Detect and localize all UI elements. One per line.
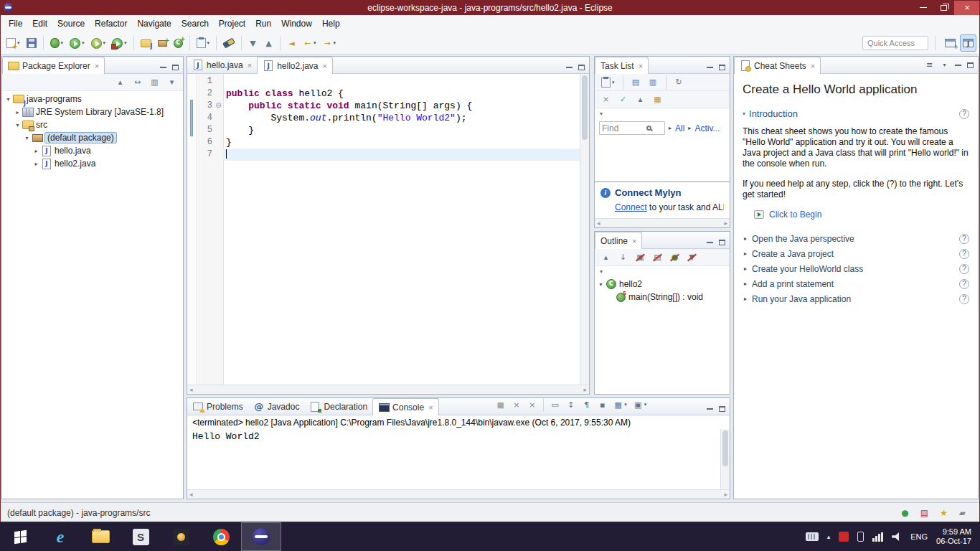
package-explorer-filters-button[interactable]: ▥	[147, 74, 162, 91]
toolbar-new-java-class-button[interactable]	[171, 34, 186, 52]
menu-edit[interactable]: Edit	[27, 16, 52, 32]
taskbar-internet-explorer-button[interactable]	[40, 522, 80, 551]
code-line[interactable]: 3⊖ public static void main(String[] args…	[197, 100, 580, 112]
outline-hide-static-members-button[interactable]: ▤	[650, 249, 665, 266]
minimize-view-button[interactable]	[707, 242, 713, 243]
toolbar-run-button[interactable]: ▾	[67, 34, 88, 52]
code-line[interactable]: 7	[197, 149, 580, 161]
console-tab-javadoc[interactable]: @Javadoc	[248, 398, 305, 415]
taskbar-file-explorer-button[interactable]	[80, 522, 121, 551]
restore-window-button[interactable]	[933, 0, 954, 15]
menu-window[interactable]: Window	[276, 16, 317, 32]
find-task-box[interactable]	[599, 121, 665, 135]
code-line[interactable]: 4 System.out.println("Hello World2");	[197, 112, 580, 124]
editor-tab-hello-java[interactable]: hello.java×	[187, 57, 257, 73]
outline-item-main-string-void[interactable]: main(String[]) : void	[595, 291, 730, 303]
task-list-categorized-view-button[interactable]: ▤	[628, 74, 644, 91]
task-list-synchronize-button[interactable]: ↻	[672, 74, 687, 91]
scroll-right-icon[interactable]: ▸	[724, 220, 727, 227]
tree-item-src[interactable]: ▾src	[2, 118, 183, 131]
task-list-collapse-all-button[interactable]: ▴	[633, 91, 648, 108]
help-icon[interactable]: ?	[959, 249, 969, 259]
task-list-tab[interactable]: Task List ×	[595, 57, 649, 74]
collapsed-arrow-icon[interactable]: ▸	[32, 148, 41, 154]
introduction-section-header[interactable]: ▾ Introduction ?	[743, 108, 969, 119]
console-terminate-button[interactable]: ■	[493, 397, 508, 413]
expanded-arrow-icon[interactable]: ▾	[22, 135, 32, 141]
view-menu-icon[interactable]: ▾	[595, 266, 730, 276]
package-explorer-collapse-all-button[interactable]: ▴	[113, 74, 128, 91]
task-list-mark-task-complete-button[interactable]: ✓	[616, 91, 631, 108]
toolbar-next-annotation-button[interactable]: ▼	[245, 34, 260, 52]
keyboard-icon[interactable]	[806, 532, 819, 541]
collapsed-arrow-icon[interactable]: ▸	[13, 109, 22, 116]
package-explorer-link-with-editor-button[interactable]: ↔	[130, 74, 145, 91]
close-tab-button[interactable]: ×	[428, 403, 433, 412]
code-line[interactable]: 5 }	[197, 124, 580, 136]
connect-link[interactable]: Connect	[615, 202, 647, 212]
view-menu-icon[interactable]: ≡	[925, 60, 934, 70]
minimize-view-button[interactable]	[707, 408, 713, 410]
toolbar-forward-button[interactable]: →▾	[320, 34, 339, 52]
editor-tab-hello2-java[interactable]: hello2.java×	[257, 57, 333, 74]
package-explorer-view-menu-button[interactable]: ▾	[164, 74, 179, 91]
outline-collapse-all-button[interactable]: ▴	[598, 249, 613, 266]
fold-collapse-icon[interactable]: ⊖	[214, 100, 223, 112]
phone-icon[interactable]	[857, 532, 864, 542]
network-icon[interactable]	[872, 532, 883, 542]
antivirus-icon[interactable]	[839, 532, 849, 542]
task-list-horizontal-scrollbar[interactable]: ◂ ▸	[595, 218, 730, 227]
taskbar-eclipse-button[interactable]	[241, 522, 281, 551]
menu-help[interactable]: Help	[317, 16, 345, 32]
outline-tab[interactable]: Outline ×	[595, 232, 642, 249]
maximize-view-button[interactable]	[967, 62, 974, 68]
cheatsheet-item-create-your-helloworld-class[interactable]: ▸Create your HelloWorld class?	[743, 261, 969, 276]
tree-item-hello2-java[interactable]: ▸hello2.java	[2, 157, 183, 170]
editor-horizontal-scrollbar[interactable]: ◂ ▸	[187, 385, 589, 394]
java-perspective-button[interactable]	[960, 34, 976, 52]
toolbar-back-button[interactable]: ←▾	[300, 34, 319, 52]
click-to-begin-link[interactable]: Click to Begin	[754, 209, 969, 220]
scroll-right-icon[interactable]: ▸	[724, 491, 727, 498]
expanded-arrow-icon[interactable]: ▾	[596, 281, 606, 288]
close-view-icon[interactable]: ×	[95, 62, 99, 70]
console-vertical-scrollbar[interactable]	[720, 429, 730, 489]
cheatsheet-item-create-a-java-project[interactable]: ▸Create a Java project?	[743, 246, 969, 261]
close-view-icon[interactable]: ×	[632, 237, 636, 245]
view-menu-icon[interactable]: ▾	[595, 108, 730, 118]
console-clear-console-button[interactable]: ▭	[547, 397, 562, 413]
quick-access-box[interactable]: Quick Access	[862, 36, 928, 50]
taskbar-start-button[interactable]	[0, 522, 40, 551]
outline-hide-fields-button[interactable]: ▣	[633, 249, 648, 266]
tree-item-java-programs[interactable]: ▾java-programs	[2, 93, 183, 105]
console-word-wrap-button[interactable]: ¶	[579, 397, 594, 413]
menu-refactor[interactable]: Refactor	[90, 16, 132, 32]
task-list-task-working-set-button[interactable]: ▦	[650, 91, 665, 108]
console-open-console-button[interactable]: ▣▾	[631, 397, 650, 413]
filter-active-link[interactable]: Activ...	[694, 123, 720, 133]
close-tab-button[interactable]: ×	[323, 62, 327, 70]
cheatsheet-item-open-the-java-perspective[interactable]: ▸Open the Java perspective?	[743, 231, 969, 246]
outline-sort-button[interactable]: ↓	[616, 249, 631, 266]
task-list-delete-task-button[interactable]: ×	[598, 91, 613, 108]
outline-hide-local-types-button[interactable]: ▼	[684, 249, 699, 266]
menu-search[interactable]: Search	[176, 16, 214, 32]
code-line[interactable]: 1	[197, 75, 580, 88]
menu-file[interactable]: File	[4, 16, 27, 32]
task-list-scheduled-view-button[interactable]: ▥	[646, 74, 661, 91]
code-line[interactable]: 2public class hello2 {	[197, 88, 580, 100]
scroll-left-icon[interactable]: ◂	[189, 491, 193, 498]
editor-vertical-scrollbar[interactable]	[580, 74, 589, 385]
expanded-arrow-icon[interactable]: ▾	[13, 122, 22, 128]
minimize-view-button[interactable]	[160, 67, 166, 68]
menu-source[interactable]: Source	[52, 16, 90, 32]
edit-icon[interactable]: ▰	[959, 508, 966, 518]
console-output[interactable]: Hello World2	[187, 429, 720, 489]
dropdown-arrow-icon[interactable]: ▾	[940, 60, 949, 70]
tree-item-jre-system-library-javase-1-8[interactable]: ▸JRE System Library [JavaSE-1.8]	[2, 105, 183, 118]
menu-run[interactable]: Run	[250, 16, 276, 32]
toolbar-new-wizard-button[interactable]: ▾	[4, 34, 23, 52]
cheatsheet-item-add-a-print-statement[interactable]: ▸Add a print statement?	[743, 276, 969, 291]
menu-project[interactable]: Project	[214, 16, 250, 32]
help-icon[interactable]: ?	[959, 264, 969, 274]
